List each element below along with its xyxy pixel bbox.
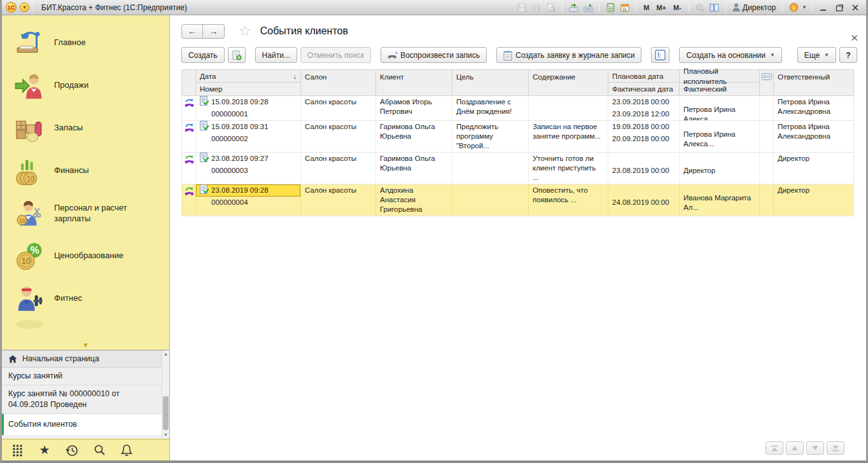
events-table: Дата↓ Номер Салон Клиент Цель Содержание… — [181, 69, 854, 216]
scrollbar-thumb[interactable] — [163, 396, 169, 430]
memory-m-minus-button[interactable]: M- — [671, 4, 684, 11]
table-row[interactable]: 23.08.2019 09:28 000000004 Салон красоты… — [182, 184, 853, 216]
table-row[interactable]: 15.09.2018 09:31 000000002 Салон красоты… — [182, 121, 853, 153]
sidebar-item-label: Запасы — [54, 123, 88, 133]
event-content: Оповестить, что появилось ... — [529, 184, 608, 216]
current-user[interactable]: Директор — [731, 3, 778, 12]
titlebar: 1С ▼ БИТ.Красота + Фитнес (1С:Предприяти… — [2, 0, 866, 15]
minimize-button[interactable] — [816, 2, 830, 13]
scroll-to-bottom-button[interactable] — [827, 441, 844, 455]
table-row[interactable]: 23.08.2019 09:27 000000003 Салон красоты… — [182, 153, 853, 184]
dropdown-caret-icon: ▼ — [770, 52, 775, 58]
event-date: 15.09.2018 09:28 — [211, 97, 269, 107]
cancel-search-button[interactable]: Отменить поиск — [300, 47, 371, 63]
stock-boxes-icon — [15, 114, 44, 143]
scroll-up-button[interactable] — [786, 441, 804, 455]
play-record-button[interactable]: Воспроизвести запись — [381, 47, 487, 63]
print-icon[interactable] — [530, 2, 543, 13]
column-header-executors[interactable]: Плановый исполнитель Фактический — [680, 70, 760, 95]
main-menu-dropdown-icon[interactable]: ▼ — [20, 3, 29, 12]
copy-create-button[interactable] — [228, 47, 246, 63]
event-responsible: Директор — [774, 184, 853, 216]
table-row[interactable]: 15.09.2018 09:28 000000001 Салон красоты… — [182, 96, 853, 121]
column-header-dates[interactable]: Плановая дата Фактическая дата — [608, 70, 680, 95]
divider — [32, 3, 32, 12]
create-based-on-button[interactable]: Создать на основании▼ — [679, 47, 781, 63]
scroll-down-button[interactable] — [806, 441, 824, 455]
nav-forward-button[interactable]: → — [203, 24, 225, 39]
nav-back-button[interactable]: ← — [181, 24, 203, 39]
toolbar: Создать Найти... Отменить поиск Воспроиз… — [170, 42, 866, 67]
help-button[interactable]: ? — [839, 47, 857, 63]
print-preview-icon[interactable] — [545, 2, 557, 13]
all-functions-icon[interactable] — [10, 443, 24, 457]
section-item-partial[interactable] — [16, 320, 44, 329]
search-icon[interactable] — [92, 443, 106, 457]
column-header-content[interactable]: Содержание — [529, 70, 608, 95]
zoom-in-icon[interactable] — [694, 2, 706, 13]
info-icon[interactable]: i — [787, 2, 800, 13]
column-header-salon[interactable]: Салон — [301, 70, 376, 95]
calendar-icon[interactable]: 31 — [619, 2, 631, 13]
open-window-item[interactable]: Курс занятий № 000000010 от 04.09.2018 П… — [2, 385, 169, 414]
close-window-button[interactable] — [848, 2, 862, 13]
close-form-icon[interactable]: ✕ — [850, 33, 858, 43]
column-header-icon[interactable] — [182, 70, 196, 95]
memory-m-plus-button[interactable]: M+ — [654, 4, 669, 11]
sidebar-item-label: Продажи — [54, 80, 94, 90]
info-dropdown-icon[interactable]: ▼ — [802, 4, 807, 10]
more-button[interactable]: Еще▼ — [797, 47, 836, 63]
open-window-item[interactable]: Курсы занятий — [2, 368, 169, 385]
history-icon[interactable] — [65, 443, 79, 457]
notifications-icon[interactable] — [120, 443, 134, 457]
home-page-label: Начальная страница — [22, 354, 99, 363]
sidebar-item-4[interactable]: 10Финансы — [2, 149, 169, 192]
column-header-date-number[interactable]: Дата↓ Номер — [196, 70, 301, 95]
find-button[interactable]: Найти... — [255, 47, 297, 63]
favorite-star-icon[interactable]: ☆ — [239, 23, 251, 39]
event-number: 000000004 — [196, 197, 300, 209]
sidebar-item-2[interactable]: Продажи — [2, 64, 169, 107]
event-goal: Поздравление с Днём рождения! — [452, 96, 529, 120]
create-button[interactable]: Создать — [181, 47, 225, 63]
data-exchange-icon[interactable] — [567, 2, 580, 13]
memory-m-button[interactable]: M — [641, 4, 652, 11]
favorites-icon[interactable]: ★ — [38, 443, 52, 457]
column-header-record[interactable] — [760, 70, 774, 95]
save-icon[interactable] — [515, 2, 528, 13]
open-windows-scrollbar[interactable]: ▲ ▼ — [162, 350, 169, 439]
fitness-person-icon — [15, 284, 44, 314]
scroll-to-top-button[interactable] — [766, 441, 783, 455]
list-settings-button[interactable] — [651, 47, 669, 63]
sections-more-icon[interactable]: ▼ — [2, 342, 169, 349]
calculator-icon[interactable] — [604, 2, 617, 13]
column-header-client[interactable]: Клиент — [376, 70, 452, 95]
create-request-button[interactable]: Создать заявку в журнале записи — [496, 47, 642, 63]
sidebar-item-1[interactable]: Главное — [2, 22, 169, 64]
scroll-down-icon[interactable]: ▼ — [162, 431, 169, 439]
event-client: Абрамов Игорь Петрович — [376, 96, 452, 120]
sidebar-item-7[interactable]: Фитнес — [2, 277, 169, 320]
section-items: ГлавноеПродажиЗапасы10Финансы10Персонал … — [2, 22, 169, 320]
event-actual-date: 23.08.2019 00:00 — [608, 165, 679, 177]
open-window-item[interactable]: События клиентов — [2, 414, 169, 435]
event-planned-date — [608, 153, 679, 165]
home-page-item[interactable]: Начальная страница — [2, 350, 169, 368]
split-view-icon[interactable] — [708, 2, 721, 13]
home-icon — [8, 355, 17, 363]
maximize-button[interactable] — [832, 2, 846, 13]
sidebar-item-5[interactable]: 10Персонал и расчет зарплаты — [2, 192, 169, 235]
sidebar-item-label: Финансы — [54, 165, 94, 176]
column-header-responsible[interactable]: Ответственный — [774, 70, 853, 95]
event-client: Гаримова Ольга Юрьевна — [376, 153, 452, 184]
column-header-goal[interactable]: Цель — [452, 70, 529, 95]
sidebar-item-6[interactable]: %10Ценообразование — [2, 235, 169, 277]
event-actual-executor: Директор — [680, 165, 759, 177]
event-date: 15.09.2018 09:31 — [211, 122, 269, 132]
event-responsible: Директор — [774, 153, 853, 184]
sync-settings-icon[interactable] — [582, 2, 594, 13]
event-document-icon — [200, 96, 209, 108]
sidebar-item-label: Фитнес — [54, 293, 87, 303]
scroll-up-icon[interactable]: ▲ — [162, 350, 169, 358]
sidebar-item-3[interactable]: Запасы — [2, 107, 169, 149]
